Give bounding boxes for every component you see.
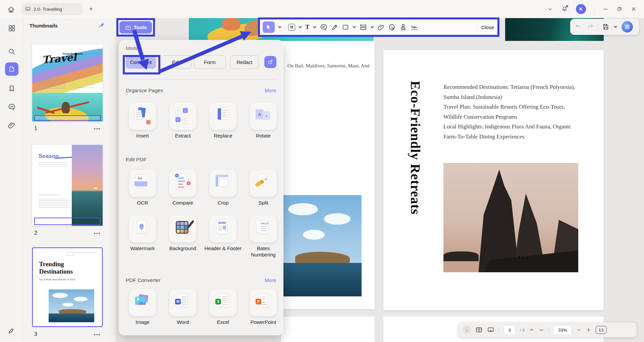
visible-area-indicator[interactable] bbox=[34, 115, 101, 121]
save-options-chevron-icon[interactable] bbox=[613, 25, 618, 29]
to-image-tool[interactable]: Image bbox=[122, 289, 163, 325]
restore-button[interactable] bbox=[616, 6, 623, 12]
bates-numbering-tool[interactable]: 000123 Bates Numbering bbox=[243, 216, 283, 258]
next-page-button[interactable] bbox=[539, 327, 544, 333]
page-thumbnail-2[interactable]: Season bbox=[32, 145, 103, 226]
document-area: On Bali, Maldives, Santorini, Maui, And … bbox=[116, 18, 644, 342]
visible-area-indicator[interactable] bbox=[34, 218, 101, 225]
mode-redact-button[interactable]: Redact bbox=[230, 55, 259, 69]
header-footer-tool[interactable]: Header & Footer bbox=[203, 216, 243, 258]
page-menu-button[interactable]: ••• bbox=[94, 231, 101, 236]
tools-button[interactable]: Tools bbox=[119, 21, 152, 34]
signature-icon bbox=[410, 23, 419, 32]
sidebar-item-attachments[interactable] bbox=[6, 119, 18, 131]
page-menu-button[interactable]: ••• bbox=[94, 332, 101, 337]
sticker-tool[interactable] bbox=[388, 21, 396, 33]
page-menu-button[interactable]: ••• bbox=[94, 126, 101, 131]
signature-tool[interactable] bbox=[410, 21, 419, 33]
collapse-bar-button[interactable]: › bbox=[463, 326, 471, 334]
measure-tool[interactable] bbox=[359, 21, 367, 33]
page-view-button[interactable] bbox=[475, 326, 483, 334]
sidebar-item-thumbnails[interactable] bbox=[5, 62, 18, 76]
select-tool-active[interactable] bbox=[263, 21, 275, 33]
text-tool-icon: T bbox=[305, 23, 310, 31]
notifications-button[interactable] bbox=[561, 6, 568, 12]
replace-tool[interactable]: Replace bbox=[203, 103, 243, 139]
avatar[interactable]: K bbox=[576, 4, 586, 14]
document-page-right[interactable]: Eco-Friendly Retreats Recommended Destin… bbox=[383, 50, 604, 310]
ai-icon bbox=[624, 23, 631, 31]
page-thumbnail-3-selected[interactable]: Trending Destinations Top 5 Must-Visit I… bbox=[32, 247, 103, 327]
sidebar-item-apps[interactable] bbox=[6, 22, 18, 34]
close-toolbar-button[interactable]: Close bbox=[481, 24, 494, 30]
split-icon bbox=[250, 170, 277, 197]
actual-size-button[interactable]: 1:1 bbox=[596, 326, 606, 334]
pin-button[interactable] bbox=[98, 21, 106, 30]
text-tool[interactable]: T bbox=[305, 21, 310, 33]
section-pdf-converter: PDF Converter More bbox=[126, 277, 276, 283]
extract-tool[interactable]: ✓ ✓ Extract bbox=[163, 103, 203, 139]
page-number-input[interactable]: 3 bbox=[503, 325, 516, 335]
divider bbox=[285, 23, 285, 32]
stamp-tool[interactable] bbox=[399, 21, 407, 33]
ai-assistant-button[interactable] bbox=[622, 21, 633, 33]
sidebar-item-search[interactable] bbox=[6, 46, 18, 58]
minimize-button[interactable] bbox=[602, 6, 608, 12]
edit-pdf-tiles-row1: Aa OCR + ✕ Compare bbox=[122, 170, 283, 206]
to-excel-tool[interactable]: X Excel bbox=[203, 289, 243, 325]
new-tab-button[interactable]: + bbox=[87, 5, 95, 13]
background-icon bbox=[169, 216, 196, 242]
note-tool[interactable] bbox=[320, 21, 328, 33]
rotate-tool[interactable]: A › Rotate bbox=[243, 103, 283, 139]
sidebar-item-comments[interactable] bbox=[6, 101, 18, 113]
pencil-tool[interactable] bbox=[331, 21, 339, 33]
ruler-icon bbox=[359, 23, 367, 31]
insert-tool[interactable]: Insert bbox=[122, 103, 163, 139]
mode-form-button[interactable]: Form bbox=[194, 55, 226, 69]
watermark-tool[interactable]: Watermark bbox=[122, 216, 163, 258]
presentation-button[interactable] bbox=[487, 326, 494, 334]
organize-more-link[interactable]: More bbox=[265, 88, 276, 94]
thumb2-text-lines bbox=[39, 163, 68, 167]
compare-tool[interactable]: + ✕ Compare bbox=[163, 170, 203, 206]
close-window-button[interactable] bbox=[631, 6, 637, 12]
document-page-fragment bbox=[281, 317, 375, 342]
panel-drag-handle[interactable]: ···· bbox=[63, 16, 72, 22]
zoom-level-input[interactable]: 33% bbox=[553, 325, 572, 335]
mode-edit-button[interactable]: Edit bbox=[161, 55, 192, 69]
home-button[interactable] bbox=[6, 4, 16, 14]
page-thumbnail-1[interactable]: Trend Research Travel bbox=[32, 45, 103, 121]
document-page-center[interactable]: On Bali, Maldives, Santorini, Maui, And bbox=[281, 41, 375, 309]
sidebar-item-bookmarks[interactable] bbox=[6, 82, 18, 95]
thumb2-subhead bbox=[39, 195, 60, 196]
zoom-in-button[interactable] bbox=[586, 327, 591, 333]
zoom-out-button[interactable] bbox=[576, 327, 582, 333]
tools-button-annotation: Tools bbox=[116, 18, 155, 37]
text-tool-chevron[interactable] bbox=[313, 25, 317, 29]
highlight-area-tool[interactable]: H bbox=[288, 21, 295, 33]
previous-page-button[interactable] bbox=[529, 327, 534, 333]
attachment-tool[interactable] bbox=[377, 21, 385, 33]
converter-more-link[interactable]: More bbox=[265, 277, 276, 283]
open-in-new-button[interactable] bbox=[264, 56, 276, 68]
highlight-tool-chevron[interactable] bbox=[298, 25, 302, 29]
save-button[interactable] bbox=[602, 23, 609, 31]
select-tool-chevron[interactable] bbox=[278, 25, 282, 29]
ocr-tool[interactable]: Aa OCR bbox=[122, 170, 163, 206]
to-powerpoint-tool[interactable]: P PowerPoint bbox=[243, 289, 283, 325]
background-tool[interactable]: Background bbox=[163, 216, 203, 258]
sidebar-item-sign[interactable] bbox=[6, 325, 18, 337]
thumb3-photo bbox=[49, 289, 94, 322]
redo-button[interactable] bbox=[586, 23, 594, 31]
shape-tool-chevron[interactable] bbox=[352, 25, 356, 29]
shape-tool[interactable] bbox=[342, 21, 349, 33]
document-tab[interactable]: 2.0- Travelling bbox=[21, 3, 83, 15]
measure-tool-chevron[interactable] bbox=[370, 25, 374, 29]
crop-tool[interactable]: Crop bbox=[203, 170, 243, 206]
split-tool[interactable]: Split bbox=[243, 170, 283, 206]
undo-button[interactable] bbox=[575, 23, 582, 31]
document-tab-icon bbox=[25, 6, 31, 12]
stamp-icon bbox=[399, 23, 407, 31]
chevron-down-icon[interactable] bbox=[547, 6, 553, 12]
to-word-tool[interactable]: W Word bbox=[163, 289, 203, 325]
